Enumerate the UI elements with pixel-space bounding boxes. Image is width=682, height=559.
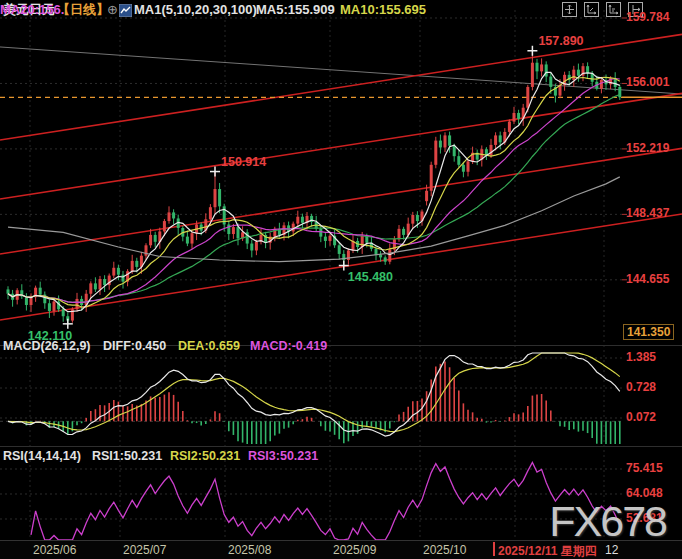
ma5-value: MA5:155.909 [256,2,335,18]
macd-dea-value: DEA:0.659 [178,339,240,353]
time-axis-label: 2025/09 [333,543,376,557]
rsi-axis-label: 75.415 [626,461,663,475]
forex-chart-app: { "header": { "symbol": "美元日元", "period"… [0,0,682,559]
ma10-value: MA10:155.695 [340,2,426,18]
period-label[interactable]: 【日线】 [57,2,109,18]
rsi1-value: RSI1:50.231 [92,449,162,463]
price-extreme-label: 150.914 [221,155,266,169]
axis-scale-icon[interactable] [606,2,621,17]
price-axis-label: 144.655 [626,272,669,286]
rsi-title: RSI(14,14,14) [3,449,81,463]
price-axis-label: 156.001 [626,75,669,89]
crosshair-date-tick [493,542,495,556]
time-axis-label: 2025/06 [33,543,76,557]
time-axis-label: 2025/08 [228,543,271,557]
macd-diff-value: DIFF:0.450 [103,339,166,353]
rsi3-value: RSI3:50.231 [248,449,318,463]
macd-axis-label: 1.385 [626,350,656,364]
price-extreme-label: 157.890 [538,34,583,48]
macd-axis-label: 0.072 [626,410,656,424]
pan-move-icon[interactable] [562,2,577,17]
time-axis-label: 2025/07 [123,543,166,557]
macd-axis-label: 0.728 [626,380,656,394]
price-floor-label: 141.350 [623,324,674,340]
magnifier-icon[interactable]: ⊕ [107,2,118,18]
price-extreme-label: 142.110 [28,329,73,343]
macd-value: MACD:-0.419 [250,339,327,353]
chart-type-icon[interactable] [119,3,132,21]
price-extreme-label: 145.480 [348,270,393,284]
watermark: FX678 [549,497,666,546]
time-axis-label: 2025/10 [423,543,466,557]
rsi2-value: RSI2:50.231 [170,449,240,463]
axis-expand-icon[interactable] [584,2,599,17]
ma-settings-label: MA1(5,10,20,30,100) [134,2,257,18]
price-axis-label: 159.784 [626,10,669,24]
chart-canvas[interactable] [0,0,682,559]
ma20-value: MA20:156. [0,2,64,18]
price-axis-label: 152.219 [626,141,669,155]
price-axis-label: 148.437 [626,206,669,220]
